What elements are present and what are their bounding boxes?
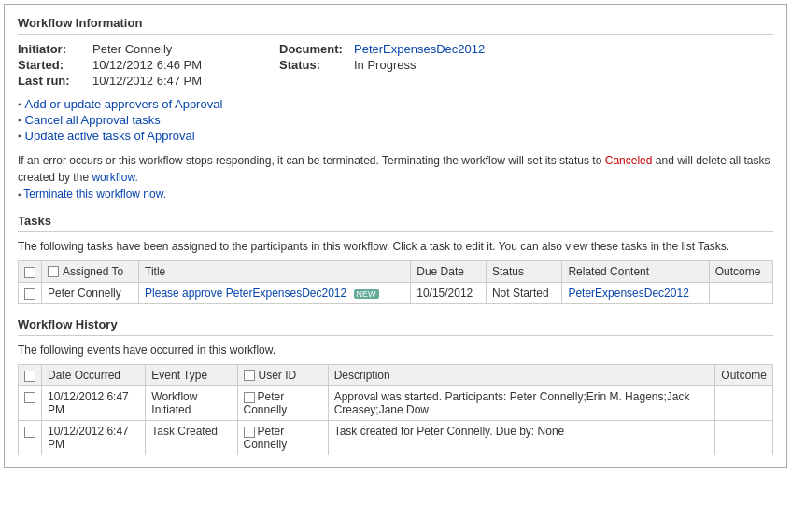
document-link[interactable]: PeterExpensesDec2012 (354, 42, 485, 56)
tasks-header-checkbox-cell[interactable] (19, 261, 42, 283)
history-header-description: Description (328, 365, 715, 386)
started-value: 10/12/2012 6:46 PM (92, 58, 279, 72)
history-event-type: Workflow Initiated (146, 386, 237, 421)
history-row-checkbox[interactable] (24, 427, 35, 438)
status-label: Status: (279, 58, 354, 72)
tasks-section-title: Tasks (18, 214, 773, 232)
history-row: 10/12/2012 6:47 PM Task Created Peter Co… (19, 421, 773, 455)
assigned-to-checkbox[interactable] (48, 266, 59, 277)
terminate-section: If an error occurs or this workflow stop… (18, 152, 773, 203)
task-checkbox-cell[interactable] (19, 283, 42, 304)
tasks-table: Assigned To Title Due Date Status Relate… (18, 260, 773, 304)
history-header-outcome: Outcome (715, 365, 773, 386)
task-outcome (709, 283, 772, 304)
history-date: 10/12/2012 6:47 PM (42, 421, 146, 455)
tasks-header-due-date: Due Date (411, 261, 487, 283)
terminate-text-before: If an error occurs or this workflow stop… (18, 154, 601, 167)
bullet-icon: ▪ (18, 131, 21, 141)
status-value: In Progress (354, 58, 773, 72)
started-label: Started: (18, 58, 92, 72)
initiator-label: Initiator: (18, 42, 92, 56)
history-user-checkbox[interactable] (244, 427, 255, 438)
task-title-link[interactable]: Please approve PeterExpensesDec2012 (145, 287, 346, 300)
history-select-all-checkbox[interactable] (24, 371, 35, 382)
history-row-checkbox[interactable] (24, 392, 35, 403)
actions-section: ▪ Add or update approvers of Approval ▪ … (18, 97, 773, 143)
workflow-info-grid: Initiator: Peter Connelly Document: Pete… (18, 42, 773, 88)
add-approvers-link[interactable]: Add or update approvers of Approval (25, 97, 223, 111)
tasks-header-related-content: Related Content (562, 261, 709, 283)
history-table: Date Occurred Event Type User ID Descrip… (18, 364, 773, 455)
initiator-value: Peter Connelly (92, 42, 279, 56)
bullet-icon: ▪ (18, 115, 21, 125)
history-header-checkbox-cell[interactable] (19, 365, 42, 386)
history-desc: The following events have occurred in th… (18, 343, 773, 357)
task-status: Not Started (486, 283, 561, 304)
task-assigned-to: Peter Connelly (42, 283, 139, 304)
task-related-link[interactable]: PeterExpensesDec2012 (568, 287, 688, 300)
history-description: Task created for Peter Connelly. Due by:… (328, 421, 715, 455)
history-user-checkbox[interactable] (244, 392, 255, 403)
cancel-approval-link[interactable]: Cancel all Approval tasks (25, 113, 161, 127)
tasks-header-row: Assigned To Title Due Date Status Relate… (19, 261, 773, 283)
task-due-date: 10/15/2012 (411, 283, 487, 304)
history-outcome (715, 386, 773, 421)
history-date: 10/12/2012 6:47 PM (42, 386, 146, 421)
workflow-info-title: Workflow Information (18, 16, 773, 35)
action-add: ▪ Add or update approvers of Approval (18, 97, 773, 111)
action-update: ▪ Update active tasks of Approval (18, 129, 773, 143)
select-all-checkbox[interactable] (24, 267, 35, 278)
history-row: 10/12/2012 6:47 PM Workflow Initiated Pe… (19, 386, 773, 421)
history-user-id: Peter Connelly (237, 386, 328, 421)
history-outcome (715, 421, 773, 455)
tasks-header-assigned-to: Assigned To (42, 261, 139, 283)
tasks-desc: The following tasks have been assigned t… (18, 240, 773, 253)
history-header-row: Date Occurred Event Type User ID Descrip… (19, 365, 773, 386)
history-header-event-type: Event Type (146, 365, 237, 386)
history-user-id: Peter Connelly (237, 421, 328, 455)
history-section-title: Workflow History (18, 317, 773, 336)
history-checkbox-cell[interactable] (19, 386, 42, 421)
tasks-section: Tasks The following tasks have been assi… (18, 214, 773, 304)
document-label: Document: (279, 42, 354, 56)
tasks-header-status: Status (486, 261, 561, 283)
history-header-user-id: User ID (237, 365, 328, 386)
task-row: Peter Connelly Please approve PeterExpen… (19, 283, 773, 304)
new-badge: NEW (354, 289, 379, 299)
task-related-content[interactable]: PeterExpensesDec2012 (562, 283, 709, 304)
tasks-header-outcome: Outcome (709, 261, 772, 283)
history-header-date: Date Occurred (42, 365, 146, 386)
lastrun-label: Last run: (18, 74, 92, 88)
bullet-icon: ▪ (18, 99, 21, 109)
history-checkbox-cell[interactable] (19, 421, 42, 455)
terminate-link[interactable]: Terminate this workflow now. (23, 188, 166, 201)
user-id-checkbox[interactable] (244, 370, 255, 381)
workflow-history-section: Workflow History The following events ha… (18, 317, 773, 455)
update-tasks-link[interactable]: Update active tasks of Approval (25, 129, 195, 143)
history-description: Approval was started. Participants: Pete… (328, 386, 715, 421)
history-event-type: Task Created (146, 421, 237, 455)
task-row-checkbox[interactable] (24, 288, 35, 300)
canceled-word: Canceled (605, 154, 653, 167)
lastrun-value: 10/12/2012 6:47 PM (92, 74, 279, 88)
action-cancel: ▪ Cancel all Approval tasks (18, 113, 773, 127)
tasks-header-title: Title (139, 261, 411, 283)
task-title[interactable]: Please approve PeterExpensesDec2012 NEW (139, 283, 411, 304)
workflow-word: workflow. (92, 171, 137, 184)
document-value[interactable]: PeterExpensesDec2012 (354, 42, 773, 56)
main-container: Workflow Information Initiator: Peter Co… (4, 4, 787, 468)
